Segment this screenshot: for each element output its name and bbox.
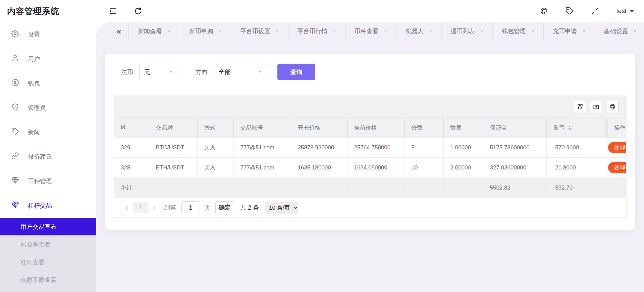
cell-account: 777@51.com [233, 138, 291, 158]
chevron-down-icon [258, 71, 262, 73]
page-unit-label: 页 [205, 204, 211, 212]
cell-leverage: 10 [405, 158, 443, 178]
user-menu[interactable]: test [616, 7, 634, 15]
sidebar-item-label: 币种管理 [28, 177, 52, 185]
tab-platform-coin-market[interactable]: 平台币行情× [288, 22, 345, 40]
sidebar-item-label: 新闻 [28, 128, 40, 136]
tab-label: 机器人 [406, 27, 424, 35]
cell-margin: 327.03600000 [483, 158, 546, 178]
tab-deposit-apply[interactable]: 充币申请× [544, 22, 595, 40]
tab-robot[interactable]: 机器人× [396, 22, 441, 40]
tab-label: 钱包管理 [502, 27, 526, 35]
print-icon[interactable] [606, 101, 619, 112]
tab-news-view[interactable]: 新闻查看× [129, 22, 180, 40]
close-icon[interactable]: × [167, 28, 170, 34]
chevron-down-icon [169, 71, 173, 73]
handle-trade-button[interactable]: 处理交易 [608, 162, 627, 173]
sidebar-item-label: 钱包 [28, 79, 40, 87]
columns-icon[interactable] [574, 101, 586, 112]
table-row: 329 BTC/USDT 买入 777@51.com 25878.930000 … [114, 138, 627, 158]
sidebar-item-news[interactable]: 新闻 [0, 120, 96, 144]
cell-leverage: 5 [405, 138, 443, 158]
fiat-select[interactable]: 无 [139, 64, 178, 80]
close-icon[interactable]: × [276, 28, 279, 34]
close-icon[interactable]: × [333, 28, 336, 34]
sort-icon[interactable] [568, 125, 572, 130]
close-icon[interactable]: × [531, 28, 534, 34]
username: test [616, 7, 627, 15]
cell-amount: 1.00000 [443, 138, 483, 158]
page-size-select[interactable]: 10 条/页 [265, 202, 298, 214]
tab-wallet-manage[interactable]: 钱包管理× [493, 22, 544, 40]
tabs-scroll-left-icon[interactable]: « [109, 22, 129, 40]
close-icon[interactable]: × [219, 28, 222, 34]
sidebar-item-settings[interactable]: 设置 [0, 22, 96, 47]
sidebar-item-wallet[interactable]: 钱包 [0, 71, 96, 95]
submenu-item-label: 杠杆查看 [20, 258, 45, 266]
col-header-pnl-label: 盈亏 [553, 124, 565, 132]
link-icon [11, 152, 19, 161]
col-header-account: 交易账号 [233, 118, 291, 138]
tab-platform-coin-settings[interactable]: 平台币设置× [231, 22, 288, 40]
tab-new-coin-subscribe[interactable]: 新币申购× [180, 22, 231, 40]
cell-side: 买入 [197, 158, 233, 178]
cell-account: 777@51.com [233, 158, 291, 178]
tab-label: 新币申购 [189, 27, 213, 35]
direction-label: 方向 [196, 68, 208, 76]
goto-page-input[interactable] [181, 201, 200, 214]
sidebar-item-label: 用户 [28, 55, 40, 63]
pagination: ‹ 1 › 到第 页 确定 共 2 条 10 条/页 [114, 198, 626, 217]
col-header-side: 方式 [197, 118, 233, 138]
close-icon[interactable]: × [634, 28, 637, 34]
page-number-button[interactable]: 1 [133, 202, 149, 213]
direction-select-value: 全部 [219, 68, 231, 76]
submenu-item-multiplier-lots[interactable]: 倍数手数查看 [0, 271, 96, 289]
tab-label: 提币列表 [451, 27, 475, 35]
close-icon[interactable]: × [429, 28, 432, 34]
tab-basic-settings[interactable]: 基础设置× [595, 22, 644, 40]
sidebar-item-admin[interactable]: 管理员 [0, 95, 96, 120]
submenu-item-leverage-view[interactable]: 杠杆查看 [0, 253, 96, 271]
close-icon[interactable]: × [480, 28, 483, 34]
user-icon [11, 54, 19, 64]
refresh-icon[interactable] [134, 7, 143, 15]
cell-actions: 处理交易 [607, 158, 627, 178]
sidebar-item-coin-manage[interactable]: 币种管理 [0, 169, 96, 193]
export-icon[interactable] [590, 101, 602, 112]
col-header-pair: 交易对 [149, 118, 197, 138]
tab-withdraw-list[interactable]: 提币列表× [442, 22, 493, 40]
handle-trade-button[interactable]: 处理交易 [608, 142, 627, 153]
col-header-actions: 操作 [607, 118, 627, 138]
table-toolbar [114, 95, 626, 118]
submenu-item-risk-rate[interactable]: 风险率查看 [0, 235, 96, 253]
sidebar-item-suggestions[interactable]: 投拆建议 [0, 144, 96, 169]
content-card: 法币 无 方向 全部 查询 [105, 54, 635, 230]
next-page-icon[interactable]: › [150, 203, 159, 212]
sidebar-item-users[interactable]: 用户 [0, 47, 96, 71]
tab-coin-view[interactable]: 币种查看× [345, 22, 396, 40]
cell-current-price: 1634.090000 [347, 158, 405, 178]
close-icon[interactable]: × [582, 28, 585, 34]
palette-icon[interactable] [540, 7, 548, 15]
goto-label: 到第 [164, 204, 176, 212]
fullscreen-icon[interactable] [591, 7, 599, 15]
tag-icon[interactable] [565, 7, 574, 15]
top-header: 内容管理系统 [0, 0, 644, 22]
submenu-item-label: 用户交易查看 [20, 223, 57, 231]
col-header-margin: 保证金 [483, 118, 546, 138]
leverage-submenu: 用户交易查看 风险率查看 杠杆查看 倍数手数查看 [0, 218, 96, 292]
sidebar-item-leverage-trade[interactable]: 杠杆交易 [0, 193, 96, 218]
close-icon[interactable]: × [384, 28, 387, 34]
confirm-button[interactable]: 确定 [215, 201, 234, 214]
cell-side: 买入 [197, 138, 233, 158]
prev-page-icon[interactable]: ‹ [122, 203, 131, 212]
col-header-leverage: 倍数 [405, 118, 443, 138]
table-row: 328 ETH/USDT 买入 777@51.com 1635.180000 1… [114, 158, 627, 178]
menu-fold-icon[interactable] [108, 7, 117, 15]
submenu-item-user-trades[interactable]: 用户交易查看 [0, 218, 96, 235]
search-button[interactable]: 查询 [277, 64, 315, 80]
fiat-label: 法币 [121, 68, 133, 76]
direction-select[interactable]: 全部 [214, 64, 267, 80]
cell-current-price: 25764.750000 [347, 138, 405, 158]
gem-icon [11, 176, 19, 186]
